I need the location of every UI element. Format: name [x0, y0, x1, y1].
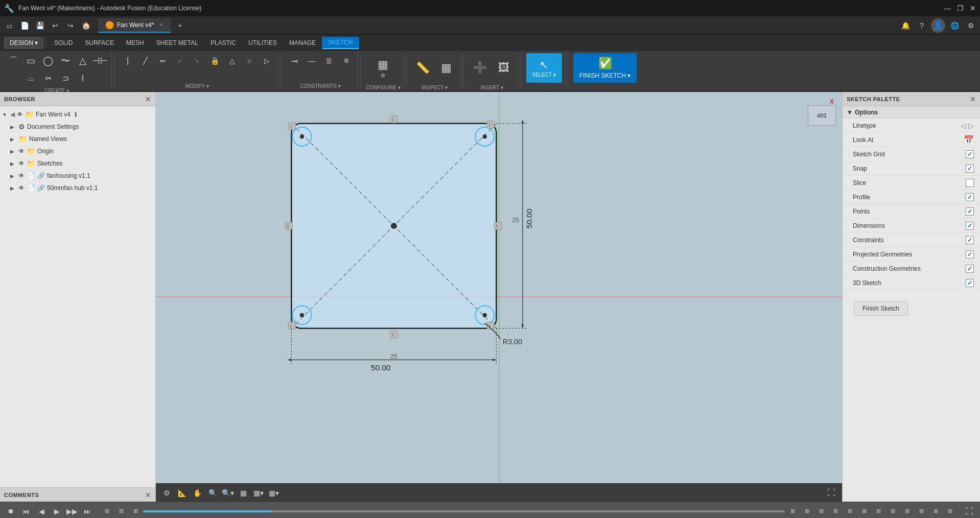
snap-8-button[interactable]: ⊞ — [843, 505, 856, 518]
center-point[interactable] — [391, 223, 396, 228]
timeline-settings-button[interactable]: ⛶ — [963, 505, 976, 518]
canvas-area[interactable]: X d01 — [156, 92, 842, 502]
menu-sheet-metal[interactable]: SHEET METAL — [150, 37, 204, 49]
snap-2-button[interactable]: ⊞ — [114, 505, 128, 518]
lock-tool[interactable]: 🔒 — [206, 53, 223, 68]
profile-checkbox[interactable] — [966, 193, 974, 201]
menu-utilities[interactable]: UTILITIES — [242, 37, 283, 49]
anim-record-button[interactable]: ⏺ — [4, 505, 17, 518]
inspect-main-btn[interactable]: 📏 — [412, 53, 434, 83]
tree-item-fanhousing[interactable]: ▶ 👁 📄 🔗 fanhousing v1:1 — [0, 170, 155, 182]
mirror-tool[interactable]: ⌇ — [75, 70, 91, 86]
palette-row-profile[interactable]: Profile — [843, 190, 980, 204]
tab-fanwentv4[interactable]: 🟠 Fan Went v4* ✕ — [98, 18, 171, 33]
construction-geometries-checkbox[interactable] — [966, 265, 974, 273]
titlebar-controls[interactable]: — ❐ ✕ — [944, 4, 976, 12]
fillet-tool[interactable]: ⌓ — [22, 70, 39, 86]
slice-checkbox[interactable] — [966, 179, 974, 187]
close-button[interactable]: ✕ — [970, 4, 976, 12]
anim-next-button[interactable]: ⏭ — [81, 505, 94, 518]
points-checkbox[interactable] — [966, 207, 974, 216]
constraint3-tool[interactable]: ≡ — [338, 53, 355, 68]
corner-point-br[interactable] — [483, 313, 487, 317]
pan-button[interactable]: ✋ — [191, 486, 204, 500]
corner-point-bl[interactable] — [300, 313, 304, 317]
eye-origin-icon[interactable]: 👁 — [18, 148, 25, 155]
anim-prev-button[interactable]: ⏮ — [19, 505, 33, 518]
equal-tool[interactable]: ═ — [154, 53, 171, 68]
undo-arrow-button[interactable]: ↪ — [63, 18, 78, 33]
configure-main-btn[interactable]: ▦ ⚙ — [372, 53, 394, 83]
restore-button[interactable]: ❐ — [957, 4, 964, 12]
tree-root-info-icon[interactable]: ℹ — [75, 111, 77, 118]
triangle-tool[interactable]: △ — [75, 53, 91, 68]
corner-point-tr[interactable] — [483, 134, 487, 138]
menu-solid[interactable]: SOLID — [48, 37, 79, 49]
inspect-label[interactable]: INSPECT ▾ — [422, 84, 448, 90]
grid-menu-button[interactable]: ⚏ — [2, 18, 16, 33]
sketch-drawing[interactable]: ⌇ ⌇ ⌇ ⌇ ⌇ ⌇ — [156, 92, 842, 502]
snap-7-button[interactable]: ⊞ — [829, 505, 842, 518]
palette-close-button[interactable]: ✕ — [970, 95, 976, 103]
display-mode-button[interactable]: ▦▾ — [252, 486, 265, 500]
snap-14-button[interactable]: ⊞ — [929, 505, 942, 518]
insert-label[interactable]: INSERT ▾ — [481, 84, 503, 90]
corner-point-tl[interactable] — [300, 134, 304, 138]
insert-main-btn[interactable]: ➕ — [469, 53, 492, 83]
constraint2-tool[interactable]: — — [304, 53, 320, 68]
fullscreen-button[interactable]: ⛶ — [825, 486, 838, 500]
user-button[interactable]: 👤 — [931, 18, 945, 33]
lookat-btn[interactable]: 📅 — [964, 135, 974, 145]
snap-checkbox[interactable] — [966, 164, 974, 173]
palette-row-slice[interactable]: Slice — [843, 176, 980, 190]
snap-12-button[interactable]: ⊞ — [900, 505, 914, 518]
linetype-prev-btn[interactable]: ◁ — [961, 122, 966, 130]
backslash-tool[interactable]: ⟍ — [189, 53, 205, 68]
finish-sketch-button[interactable]: ✅ FINISH SKETCH ▾ — [573, 53, 637, 83]
line2-tool[interactable]: ╱ — [137, 53, 153, 68]
finish-sketch-panel-button[interactable]: Finish Sketch — [854, 301, 908, 316]
projected-geometries-checkbox[interactable] — [966, 250, 974, 258]
line-tool[interactable]: | — [120, 53, 136, 68]
palette-row-projected-geometries[interactable]: Projected Geometries — [843, 247, 980, 262]
circle2-tool[interactable]: ○ — [241, 53, 258, 68]
tab-close-button[interactable]: ✕ — [159, 22, 163, 28]
menu-surface[interactable]: SURFACE — [79, 37, 120, 49]
notification-button[interactable]: 🔔 — [898, 18, 913, 33]
settings-button[interactable]: ⚙ — [964, 18, 978, 33]
snap-13-button[interactable]: ⊞ — [915, 505, 928, 518]
palette-row-sketchgrid[interactable]: Sketch Grid — [843, 147, 980, 161]
zoom-fit-button[interactable]: 🔍 — [206, 486, 219, 500]
anim-play-fwd-button[interactable]: ▶▶ — [65, 505, 79, 518]
anim-play-back-button[interactable]: ◀ — [35, 505, 48, 518]
tree-item-sketches[interactable]: ▶ 👁 📁 Sketches — [0, 157, 155, 170]
network-button[interactable]: 🌐 — [947, 18, 962, 33]
offset-tool[interactable]: ⊃ — [57, 70, 74, 86]
expand-50mmfan-arrow[interactable]: ▶ — [10, 185, 16, 191]
design-dropdown-button[interactable]: DESIGN ▾ — [4, 37, 43, 49]
tree-item-50mmfan[interactable]: ▶ 👁 📄 🔗 50mmfan hub v1:1 — [0, 182, 155, 194]
expand-fanhousing-arrow[interactable]: ▶ — [10, 173, 16, 179]
file-menu-button[interactable]: 📄 — [17, 18, 32, 33]
expand-sketches-arrow[interactable]: ▶ — [10, 161, 16, 167]
browser-close-button[interactable]: ✕ — [145, 95, 151, 103]
rect-tool[interactable]: ▭ — [22, 53, 39, 68]
grid-view-button[interactable]: 📐 — [175, 486, 189, 500]
3dsketch-checkbox[interactable] — [966, 279, 974, 287]
circle-tool[interactable]: ◯ — [40, 53, 56, 68]
zoom-options-button[interactable]: 🔍▾ — [221, 486, 235, 500]
tree-item-namedviews[interactable]: ▶ 📁 Named Views — [0, 133, 155, 145]
more-tool[interactable]: ▷ — [259, 53, 275, 68]
snap-3-button[interactable]: ⊞ — [129, 505, 142, 518]
menu-sketch[interactable]: SKETCH — [322, 37, 359, 49]
eye-sketches-icon[interactable]: 👁 — [18, 160, 25, 167]
arc-tool[interactable]: ⌒ — [5, 53, 21, 68]
select-main-btn[interactable]: ↖ SELECT ▾ — [526, 53, 562, 83]
inspect2-main-btn[interactable]: ▦ — [435, 53, 458, 83]
palette-row-3dsketch[interactable]: 3D Sketch — [843, 276, 980, 290]
snap-5-button[interactable]: ⊞ — [800, 505, 813, 518]
sketchgrid-checkbox[interactable] — [966, 150, 974, 158]
expand-origin-arrow[interactable]: ▶ — [10, 149, 16, 154]
slash-tool[interactable]: ⟋ — [172, 53, 188, 68]
palette-row-snap[interactable]: Snap — [843, 161, 980, 176]
